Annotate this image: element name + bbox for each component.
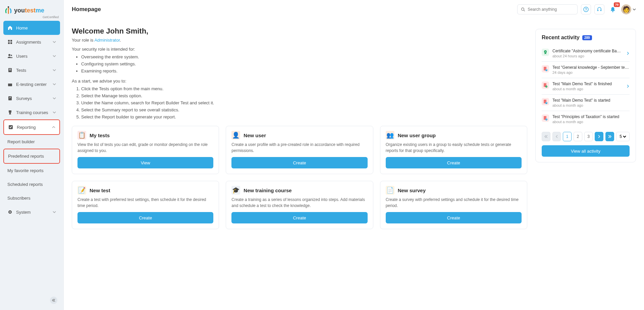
card-icon: 🎓 (231, 186, 240, 195)
search-box[interactable] (517, 4, 578, 14)
svg-rect-11 (8, 83, 12, 84)
card-icon: 📝 (77, 186, 86, 195)
role-link[interactable]: Administrator (94, 38, 120, 43)
view-all-activity-button[interactable]: View all activity (542, 145, 630, 157)
pager-prev[interactable] (552, 132, 561, 141)
pager-page-2[interactable]: 2 (574, 132, 582, 141)
svg-point-17 (9, 211, 11, 213)
card-action-button[interactable]: Create (77, 212, 213, 223)
svg-point-25 (544, 50, 547, 53)
test-done-icon (542, 82, 549, 89)
sidebar-item-e-testing-center[interactable]: E-testing center (3, 77, 60, 91)
svg-rect-8 (9, 69, 11, 69)
card-action-button[interactable]: Create (386, 212, 522, 223)
main: Welcome John Smith, Your role is Adminis… (64, 19, 644, 310)
card-action-button[interactable]: View (77, 157, 213, 168)
activity-item: Test "Principles of Taxation" is started… (542, 111, 630, 127)
subitem-my-favorite-reports[interactable]: My favorite reports (3, 164, 60, 177)
svg-point-18 (522, 8, 524, 10)
card-title: New test (90, 188, 110, 193)
headset-icon (597, 7, 602, 12)
welcome-heading: Welcome John Smith, (72, 27, 527, 36)
activity-title: Test "Main Demo Test" is started (552, 98, 630, 103)
sidebar-item-users[interactable]: Users (3, 49, 60, 63)
activity-item[interactable]: Certificate "Astronomy certificate Basic… (542, 45, 630, 62)
sidebar-item-training-courses[interactable]: Training courses (3, 105, 60, 119)
svg-rect-22 (597, 10, 598, 11)
activity-title: Certificate "Astronomy certificate Basic… (552, 49, 622, 53)
quick-action-cards: 📋 My tests View the list of tests you ca… (72, 126, 527, 229)
calendar-icon (7, 82, 13, 87)
card-icon: 👥 (386, 131, 394, 140)
chevron-right-icon[interactable] (625, 84, 630, 89)
svg-rect-12 (8, 96, 12, 100)
logo[interactable]: youtestme GetCertified (0, 4, 63, 21)
search-input[interactable] (527, 7, 574, 12)
card-desc: Organize existing users in a group to ea… (386, 142, 522, 154)
collapse-sidebar-button[interactable] (50, 297, 57, 304)
gear-icon (7, 209, 13, 215)
intended-for: Your security role is intended for: (72, 47, 527, 52)
pager-last[interactable] (605, 132, 614, 141)
notifications-button[interactable]: 79 (608, 4, 618, 14)
sidebar-item-reporting[interactable]: Reporting (3, 119, 60, 135)
activity-title: Test "General knowledge - September test… (552, 65, 630, 70)
chevron-down-icon (53, 110, 56, 115)
support-button[interactable] (594, 4, 604, 14)
activity-count-badge: 289 (582, 35, 592, 40)
pager-page-1[interactable]: 1 (563, 132, 572, 141)
svg-rect-35 (546, 102, 547, 103)
card-action-button[interactable]: Create (386, 157, 522, 168)
nav-bottom: System (0, 205, 63, 219)
recent-activity-title: Recent activity (542, 35, 580, 41)
user-menu[interactable]: 🧑 (621, 4, 636, 14)
activity-item: Test "General knowledge - September test… (542, 62, 630, 78)
card-my-tests: 📋 My tests View the list of tests you ca… (72, 126, 219, 174)
card-title: New user (244, 133, 266, 138)
sidebar-item-label: Reporting (17, 125, 36, 130)
svg-rect-13 (9, 113, 11, 114)
subitem-report-builder[interactable]: Report builder (3, 135, 60, 149)
intended-list: Overseeing the entire system. Configurin… (72, 54, 527, 74)
activity-time: about a month ago (552, 120, 630, 124)
help-icon: ? (583, 7, 589, 12)
sidebar-item-system[interactable]: System (3, 205, 60, 219)
card-action-button[interactable]: Create (231, 157, 367, 168)
help-button[interactable]: ? (581, 4, 591, 14)
card-action-button[interactable]: Create (231, 212, 367, 223)
sidebar-item-tests[interactable]: Tests (3, 63, 60, 77)
pager-page-3[interactable]: 3 (584, 132, 593, 141)
chevron-right-icon[interactable] (625, 51, 630, 56)
sidebar-item-label: E-testing center (16, 82, 47, 87)
page-size-select[interactable]: 5 (618, 134, 627, 139)
pager-first[interactable] (542, 132, 550, 141)
pager-size[interactable]: 5 (616, 132, 630, 141)
role-line: Your role is Administrator. (72, 38, 527, 43)
subitem-subscribers[interactable]: Subscribers (3, 191, 60, 205)
chevron-down-icon (53, 210, 56, 215)
test-icon (542, 98, 549, 105)
svg-text:?: ? (585, 8, 587, 11)
sidebar-item-home[interactable]: Home (3, 21, 60, 35)
pager-next[interactable] (595, 132, 603, 141)
bell-icon (610, 6, 616, 12)
activity-time: about a month ago (552, 103, 630, 107)
subitem-scheduled-reports[interactable]: Scheduled reports (3, 177, 60, 191)
card-desc: Create a training as a series of lessons… (231, 197, 367, 209)
reporting-icon (8, 124, 13, 130)
chevron-down-icon (53, 96, 56, 101)
sidebar-item-assignments[interactable]: Assignments (3, 35, 60, 49)
card-new-survey: 📄 New survey Create a survey with prefer… (380, 181, 527, 229)
svg-line-19 (524, 10, 525, 11)
card-new-training-course: 🎓 New training course Create a training … (226, 181, 373, 229)
logo-text: youtestme (14, 7, 44, 14)
activity-item: Test "Main Demo Test" is startedabout a … (542, 95, 630, 111)
sidebar-item-label: Tests (16, 68, 26, 73)
activity-item[interactable]: Test "Main Demo Test" is finishedabout a… (542, 78, 630, 95)
sidebar-item-label: System (16, 210, 31, 215)
svg-point-6 (11, 55, 12, 56)
card-title: New survey (398, 188, 426, 193)
sidebar-item-surveys[interactable]: Surveys (3, 91, 60, 105)
subitem-predefined-reports[interactable]: Predefined reports (3, 149, 60, 164)
card-icon: 📋 (77, 131, 86, 140)
